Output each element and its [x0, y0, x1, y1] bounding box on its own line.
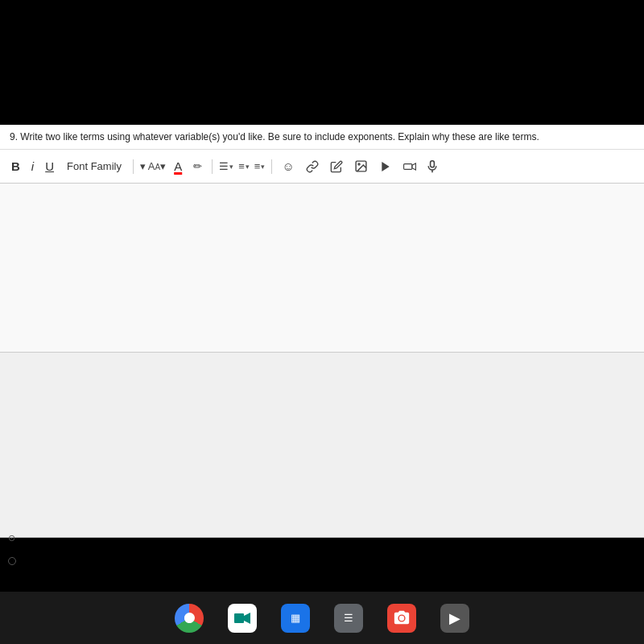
question-bar: 9. Write two like terms using whatever v…	[0, 125, 644, 150]
circle-indicator	[8, 557, 16, 565]
indent-icon: ≡	[254, 160, 261, 172]
underline-button[interactable]: U	[42, 158, 57, 175]
font-size-label: ▾ AA▾	[140, 160, 166, 172]
toolbar: B i U Font Family ▾ AA▾ A ✏ ☰ ▾ ≡ ▾ ≡ ▾ …	[0, 150, 644, 184]
highlight-button[interactable]: ✏	[190, 159, 205, 174]
files-icon[interactable]: ☰	[334, 604, 363, 633]
clock-area: ⊙	[8, 533, 15, 543]
more-icon[interactable]: ▶	[440, 604, 469, 633]
indent-dropdown[interactable]: ≡ ▾	[254, 160, 266, 172]
svg-rect-8	[234, 613, 244, 623]
top-black-area	[0, 0, 644, 125]
camera-icon[interactable]	[387, 604, 416, 633]
chrome-icon[interactable]	[175, 604, 204, 633]
edit-button[interactable]	[327, 159, 346, 175]
drive-icon[interactable]: ▦	[281, 604, 310, 633]
svg-point-10	[399, 615, 404, 620]
link-button[interactable]	[303, 159, 322, 175]
image-button[interactable]	[351, 158, 371, 175]
italic-button[interactable]: i	[28, 158, 37, 175]
svg-point-1	[358, 163, 360, 165]
font-size-dropdown[interactable]: ▾ AA▾	[140, 160, 166, 172]
toolbar-separator-2	[212, 159, 213, 174]
svg-marker-4	[412, 163, 416, 170]
svg-rect-5	[430, 160, 434, 167]
svg-rect-3	[403, 163, 411, 169]
video-button[interactable]	[376, 159, 395, 175]
question-number: 9.	[10, 131, 18, 142]
toolbar-separator-1	[133, 159, 134, 174]
list-icon: ≡	[238, 160, 245, 172]
drive-label: ▦	[291, 612, 300, 624]
question-text: Write two like terms using whatever vari…	[20, 131, 539, 142]
list-dropdown[interactable]: ≡ ▾	[238, 160, 250, 172]
mic-button[interactable]	[424, 159, 440, 175]
align-dropdown[interactable]: ☰ ▾	[219, 160, 233, 172]
bold-button[interactable]: B	[8, 158, 23, 175]
taskbar: ▦ ☰ ▶	[0, 592, 644, 644]
svg-marker-2	[382, 162, 389, 171]
font-family-button[interactable]: Font Family	[62, 159, 126, 174]
list-arrow: ▾	[246, 163, 250, 171]
emoji-button[interactable]: ☺	[279, 158, 297, 175]
meet-icon[interactable]	[228, 604, 257, 633]
editor-area[interactable]	[0, 184, 644, 353]
toolbar-separator-3	[271, 159, 272, 174]
indent-arrow: ▾	[261, 163, 265, 171]
align-icon: ☰	[219, 160, 229, 172]
lower-content-area	[0, 353, 644, 538]
content-area: 9. Write two like terms using whatever v…	[0, 125, 644, 538]
record-button[interactable]	[400, 160, 419, 173]
files-label: ☰	[344, 612, 353, 624]
align-arrow: ▾	[229, 163, 233, 171]
font-color-button[interactable]: A	[171, 158, 185, 175]
